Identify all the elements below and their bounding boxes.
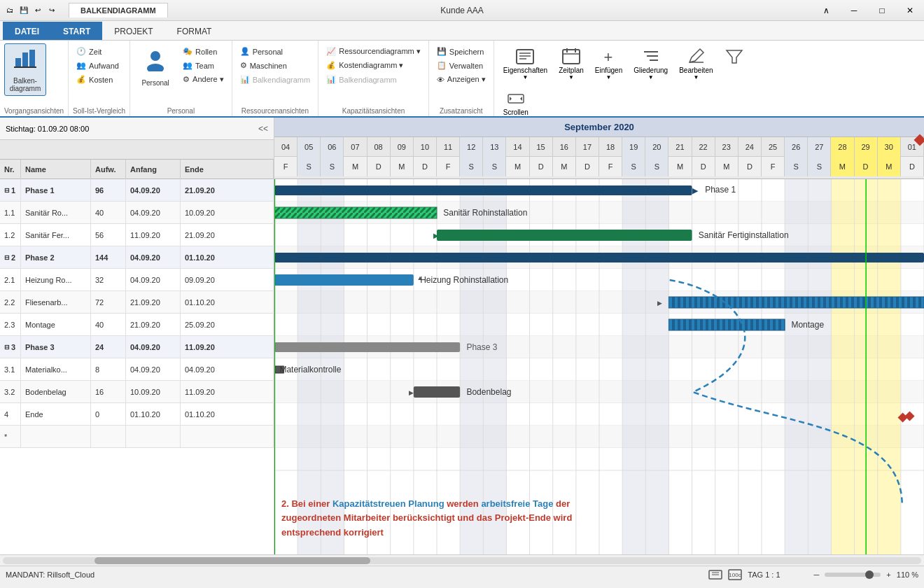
table-row[interactable]: 1.1 Sanitär Ro... 40 04.09.20 10.09.20 (0, 202, 274, 224)
team-btn[interactable]: 👥 Team (179, 59, 227, 72)
gantt-bar[interactable] (437, 230, 692, 241)
kosten-icon: 💰 (76, 75, 86, 84)
clock-icon: 🕐 (76, 47, 86, 56)
mandant-label: MANDANT: Rillsoft_Cloud (6, 570, 94, 579)
kapazitaet-col: 📈 Ressourcendiagramm ▾ 💰 Kostendiagramm … (323, 43, 424, 86)
weekday-cell-18: D (692, 157, 715, 176)
cell-aufw: 144 (91, 246, 126, 268)
ressourcendiagramm-label: Ressourcendiagramm ▾ (339, 47, 421, 56)
gantt-header: September 2020 0405060708091011121314151… (274, 118, 924, 179)
gantt-bar[interactable] (668, 319, 785, 330)
eigenschaften-btn[interactable]: Eigenschaften ▼ (498, 43, 552, 84)
minimize-btn[interactable]: ─ (840, 0, 868, 21)
zeit-btn[interactable]: 🕐 Zeit (73, 45, 122, 58)
app-title: Kunde AAA (440, 6, 483, 15)
expand-icon[interactable]: ⊟ (4, 344, 10, 351)
ressource-col: 👤 Personal ⚙ Maschinen 📊 Balkendiagramm (237, 43, 314, 86)
kostendiagramm-btn[interactable]: 💰 Kostendiagramm ▾ (323, 59, 424, 72)
tab-datei[interactable]: DATEI (3, 22, 51, 40)
zoom-level: 110 % (897, 570, 918, 579)
cell-anfang: 04.09.20 (126, 179, 181, 201)
scrollbar-thumb[interactable] (94, 557, 370, 564)
speichern-btn[interactable]: 💾 Speichern (433, 45, 489, 58)
gantt-bar[interactable] (274, 253, 924, 262)
nav-left-arrow[interactable]: << (258, 124, 268, 134)
gantt-label: Sanitär Fertiginstallation (699, 230, 789, 240)
table-row-empty[interactable]: * (0, 426, 274, 448)
ressourcendiagramm-btn[interactable]: 📈 Ressourcendiagramm ▾ (323, 45, 424, 58)
tab-format[interactable]: FORMAT (165, 22, 224, 40)
aufwand-btn[interactable]: 👥 Aufwand (73, 59, 122, 72)
anzeigen-btn[interactable]: 👁 Anzeigen ▾ (433, 73, 489, 86)
balken-res-icon: 📊 (240, 75, 250, 84)
zoom-plus[interactable]: + (886, 570, 890, 579)
table-row[interactable]: 4 Ende 0 01.10.20 01.10.20 (0, 403, 274, 426)
cell-ende: 04.09.20 (181, 358, 274, 380)
andere-btn[interactable]: ⚙ Andere ▾ (179, 73, 227, 86)
bearbeiten-btn[interactable]: Bearbeiten ▼ (674, 43, 718, 84)
close-btn[interactable]: ✕ (896, 0, 924, 21)
gantt-label: Materialkontrolle (279, 365, 341, 374)
zoom-minus[interactable]: ─ (814, 570, 820, 579)
kosten-btn[interactable]: 💰 Kosten (73, 73, 122, 86)
zoom-thumb[interactable] (865, 570, 874, 579)
undo-icon[interactable]: ↩ (32, 5, 43, 16)
day-cell-25: 25 (762, 137, 785, 157)
balken-kap-btn[interactable]: 📊 Balkendiagramm (323, 73, 424, 86)
speichern-icon: 💾 (437, 47, 447, 56)
gantt-bar[interactable] (414, 386, 460, 398)
team-label: Team (195, 62, 214, 70)
gantt-label: ▶ (657, 300, 662, 307)
table-row[interactable]: ⊟3 Phase 3 24 04.09.20 11.09.20 (0, 336, 274, 358)
table-row[interactable]: ⊟1 Phase 1 96 04.09.20 21.09.20 (0, 179, 274, 202)
tab-start[interactable]: START (51, 22, 102, 40)
horizontal-scrollbar[interactable] (0, 554, 924, 566)
res-personal-btn[interactable]: 👤 Personal (237, 45, 314, 58)
cell-ende: 21.09.20 (181, 179, 274, 201)
table-row[interactable]: 3.1 Materialko... 8 04.09.20 04.09.20 (0, 358, 274, 381)
collapse-ribbon-btn[interactable]: ∧ (812, 0, 840, 21)
cell-aufw: 16 (91, 381, 126, 402)
einfuegen-btn[interactable]: + Einfügen ▼ (590, 43, 627, 84)
verwalten-btn[interactable]: 📋 Verwalten (433, 59, 489, 72)
gantt-bar[interactable] (274, 186, 692, 195)
table-row[interactable]: 2.1 Heizung Ro... 32 04.09.20 09.09.20 (0, 269, 274, 291)
expand-icon[interactable]: ⊟ (4, 187, 10, 194)
maximize-btn[interactable]: □ (868, 0, 896, 21)
save-icon[interactable]: 💾 (18, 5, 29, 16)
svg-rect-3 (14, 66, 36, 68)
balkendiagramm-btn[interactable]: Balken-diagramm (4, 43, 46, 96)
personal-large-btn[interactable]: Personal (134, 43, 176, 92)
cell-anfang: 04.09.20 (126, 336, 181, 358)
scrollen-btn[interactable]: Scrollen ▼ (498, 85, 533, 118)
table-row[interactable]: 3.2 Bodenbelag 16 10.09.20 11.09.20 (0, 381, 274, 403)
maschinen-btn[interactable]: ⚙ Maschinen (237, 59, 314, 72)
eigenschaften-label: Eigenschaften (503, 66, 547, 74)
table-row[interactable]: 1.2 Sanitär Fer... 56 11.09.20 21.09.20 (0, 224, 274, 246)
tab-projekt[interactable]: PROJEKT (102, 22, 164, 40)
balken-res-btn[interactable]: 📊 Balkendiagramm (237, 73, 314, 86)
day-cell-28: 28 (831, 137, 854, 157)
day-cell-04: 04 (274, 137, 298, 157)
maschinen-label: Maschinen (250, 62, 287, 70)
weekday-cell-3: M (344, 157, 367, 176)
gantt-bar[interactable] (668, 297, 924, 308)
rollen-btn[interactable]: 🎭 Rollen (179, 45, 227, 58)
expand-icon[interactable]: ⊟ (4, 254, 10, 261)
res-personal-label: Personal (253, 48, 283, 56)
window-icons: 🗂 💾 ↩ ↪ (0, 5, 62, 16)
weekday-cell-26: M (878, 157, 901, 176)
personal-col: 🎭 Rollen 👥 Team ⚙ Andere ▾ (179, 43, 227, 86)
zeitplan-btn[interactable]: Zeitplan ▼ (554, 43, 589, 84)
table-row[interactable]: ⊟2 Phase 2 144 04.09.20 01.10.20 (0, 246, 274, 269)
weekday-cell-9: S (483, 157, 506, 176)
gliederung-btn[interactable]: Gliederung ▼ (629, 43, 673, 84)
gantt-bar[interactable] (274, 274, 414, 286)
table-row[interactable]: 2.3 Montage 40 21.09.20 25.09.20 (0, 314, 274, 336)
zoom-slider[interactable] (825, 573, 881, 577)
filter-btn[interactable] (720, 43, 749, 70)
table-row[interactable]: 2.2 Fliesenarb... 72 21.09.20 01.10.20 (0, 291, 274, 314)
redo-icon[interactable]: ↪ (46, 5, 57, 16)
gantt-bar[interactable] (274, 342, 460, 352)
gantt-bar[interactable] (274, 207, 437, 218)
